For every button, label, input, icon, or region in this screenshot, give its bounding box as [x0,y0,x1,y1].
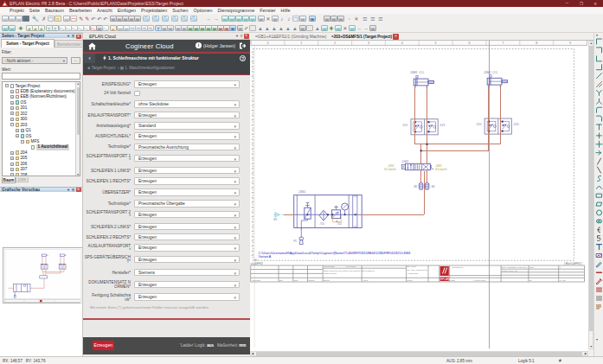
svg-text:/3.4 mach1: /3.4 mach1 [435,168,447,171]
svg-text:-20M2 (20): -20M2 (20) [484,71,497,74]
svg-text:Blatt: Blatt [529,266,534,269]
svg-text:No. profi_maschunem: No. profi_maschunem [407,269,427,271]
svg-text:Datum/Date: Datum/Date [324,265,335,268]
svg-text:2: 2 [334,42,336,45]
svg-text:Ed. proefi: Ed. proefi [407,265,417,268]
svg-text:GmbH & Co. KG: GmbH & Co. KG [502,270,517,272]
svg-text:-T01: -T01 [319,222,324,226]
svg-text:Basic project on the basis of: Basic project on the basis of the sample… [324,270,375,272]
svg-text:Target Project: Target Project [324,272,337,275]
svg-text:Gepr.: Gepr. [363,279,369,282]
svg-text:Ehl: Ehl [279,279,283,282]
svg-text:9: 9 [569,42,571,45]
svg-text:-20N1: -20N1 [298,190,306,194]
svg-text:-B1: -B1 [273,218,278,221]
svg-text:=(=)&EFS2: =(=)&EFS2 [251,262,264,265]
svg-text:-1V1: -1V1 [402,124,408,127]
svg-text:Bearb.: Bearb. [324,279,330,282]
svg-text:1 v. 20: 1 v. 20 [560,279,567,282]
svg-text:3: 3 [368,42,369,45]
svg-text:Variant A: Variant A [259,255,272,259]
svg-text:Erst: Erst [294,279,298,282]
svg-text:/3.2 mach1: /3.2 mach1 [384,168,396,171]
svg-text:-20K1: -20K1 [401,160,409,163]
svg-text:Ausrichtlineal: Ausrichtlineal [451,266,464,269]
svg-text:-1V3: -1V3 [439,124,446,127]
svg-text:7: 7 [502,42,504,45]
svg-text:v. 20.09.2018: v. 20.09.2018 [473,279,486,282]
svg-text:4: 4 [401,42,403,45]
svg-text:-1V4: -1V4 [513,123,519,126]
svg-text:-1V2: -1V2 [476,123,482,126]
svg-text:Ausrtsearbe: Ausrtsearbe [407,272,420,275]
svg-text:EPLAN Software & Service: EPLAN Software & Service [502,266,528,269]
svg-text:-M2: -M2 [431,185,435,188]
svg-text:-20M1 (20): -20M1 (20) [410,71,424,74]
svg-text:6: 6 [469,42,471,45]
svg-text:-P1: -P1 [293,239,298,243]
svg-text:-T02: -T02 [337,222,342,226]
svg-text:Bl.: Bl. [529,279,532,282]
svg-text:5: 5 [435,42,437,45]
svg-text:EPLAN: EPLAN [440,278,449,281]
svg-text:Appr./Name: Appr./Name [345,265,356,268]
svg-text:1: 1 [300,42,302,45]
svg-text:Norm: Norm [407,279,413,282]
svg-text:C:\Users\UsernameH\AppData\Loc: C:\Users\UsernameH\AppData\Local\Temp\Co… [259,252,411,255]
svg-text:Blatt: Blatt [451,279,455,282]
svg-text:( Blat:0-&EFS2 ): ( Blat:0-&EFS2 ) [564,262,582,265]
svg-text:Hoffmann: Hoffmann [252,279,261,282]
svg-text:0: 0 [266,42,268,45]
svg-text:Datum: Datum [309,279,315,282]
svg-text:-M1: -M1 [414,185,418,188]
svg-text:8: 8 [536,42,537,45]
